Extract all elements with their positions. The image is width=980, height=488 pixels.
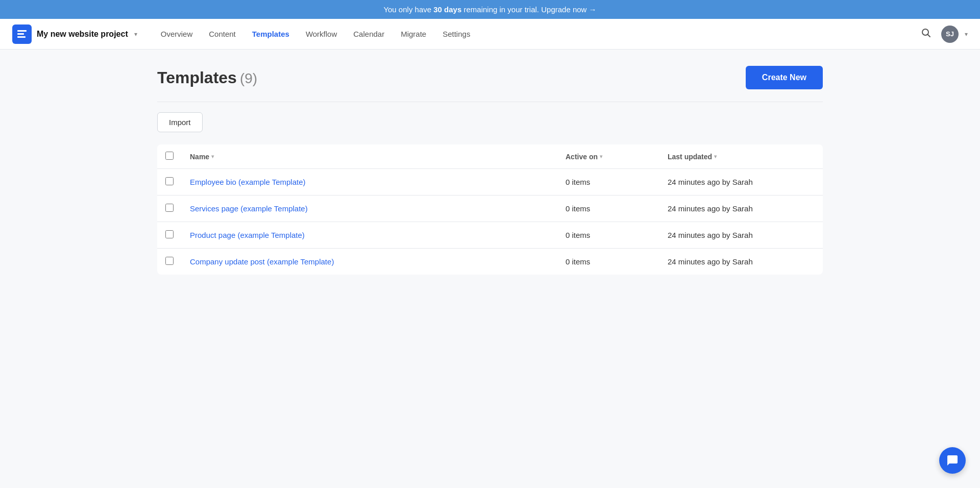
search-button[interactable] [917,23,935,44]
row-checkbox-cell [157,222,182,249]
row-updated-cell: 24 minutes ago by Sarah [659,196,823,222]
nav-item-workflow[interactable]: Workflow [299,26,344,42]
table-row: Employee bio (example Template) 0 items … [157,169,823,196]
nav-item-calendar[interactable]: Calendar [346,26,391,42]
import-button[interactable]: Import [157,112,203,132]
template-link[interactable]: Product page (example Template) [190,231,305,239]
name-sort-icon: ▾ [211,154,214,159]
row-active-cell: 0 items [557,222,659,249]
table-header-row: Name ▾ Active on ▾ Last updated ▾ [157,144,823,169]
row-checkbox-cell [157,249,182,275]
row-updated-cell: 24 minutes ago by Sarah [659,169,823,196]
row-checkbox-cell [157,196,182,222]
template-link[interactable]: Services page (example Template) [190,204,308,213]
nav-item-templates[interactable]: Templates [245,26,297,42]
th-active-on: Active on ▾ [557,144,659,169]
nav-item-migrate[interactable]: Migrate [394,26,433,42]
avatar-dropdown-button[interactable]: ▾ [965,31,968,38]
updated-sort-icon: ▾ [714,154,717,159]
logo-icon [12,25,32,44]
create-new-button[interactable]: Create New [746,66,823,89]
trial-banner: You only have 30 days remaining in your … [0,0,980,19]
row-checkbox[interactable] [165,204,174,212]
table-row: Company update post (example Template) 0… [157,249,823,275]
page-header: Templates(9) Create New [157,66,823,89]
th-last-updated: Last updated ▾ [659,144,823,169]
row-name-cell: Product page (example Template) [182,222,557,249]
table-row: Services page (example Template) 0 items… [157,196,823,222]
trial-days: 30 days [433,5,461,14]
table-body: Employee bio (example Template) 0 items … [157,169,823,275]
template-link[interactable]: Company update post (example Template) [190,257,334,266]
th-name-label[interactable]: Name ▾ [190,153,549,161]
nav-right: SJ ▾ [917,23,968,44]
row-name-cell: Company update post (example Template) [182,249,557,275]
page-title: Templates(9) [157,68,257,87]
trial-text-after: remaining in your trial. [461,5,541,14]
top-nav: My new website project ▾ Overview Conten… [0,19,980,50]
row-updated-cell: 24 minutes ago by Sarah [659,222,823,249]
row-name-cell: Services page (example Template) [182,196,557,222]
project-name: My new website project [37,30,128,39]
header-divider [157,102,823,102]
active-sort-icon: ▾ [600,154,602,159]
nav-item-content[interactable]: Content [202,26,243,42]
svg-rect-2 [17,36,26,38]
nav-item-overview[interactable]: Overview [154,26,200,42]
logo-area[interactable]: My new website project ▾ [12,25,137,44]
row-checkbox[interactable] [165,177,174,185]
project-dropdown-icon: ▾ [134,31,137,38]
th-name: Name ▾ [182,144,557,169]
svg-rect-0 [17,30,27,32]
nav-links: Overview Content Templates Workflow Cale… [154,26,917,42]
row-active-cell: 0 items [557,196,659,222]
nav-item-settings[interactable]: Settings [435,26,477,42]
row-active-cell: 0 items [557,169,659,196]
select-all-checkbox[interactable] [165,152,174,160]
trial-text-before: You only have [383,5,433,14]
avatar[interactable]: SJ [941,26,959,43]
th-last-updated-label[interactable]: Last updated ▾ [668,153,815,161]
row-name-cell: Employee bio (example Template) [182,169,557,196]
template-link[interactable]: Employee bio (example Template) [190,178,306,186]
upgrade-link[interactable]: Upgrade now → [541,5,596,14]
row-checkbox[interactable] [165,257,174,265]
main-content: Templates(9) Create New Import Name ▾ Ac [133,50,847,291]
row-updated-cell: 24 minutes ago by Sarah [659,249,823,275]
row-active-cell: 0 items [557,249,659,275]
th-checkbox [157,144,182,169]
svg-line-4 [928,35,930,37]
row-checkbox[interactable] [165,230,174,238]
row-checkbox-cell [157,169,182,196]
table-row: Product page (example Template) 0 items … [157,222,823,249]
templates-table: Name ▾ Active on ▾ Last updated ▾ [157,144,823,275]
th-active-on-label[interactable]: Active on ▾ [566,153,651,161]
svg-rect-1 [17,33,24,35]
